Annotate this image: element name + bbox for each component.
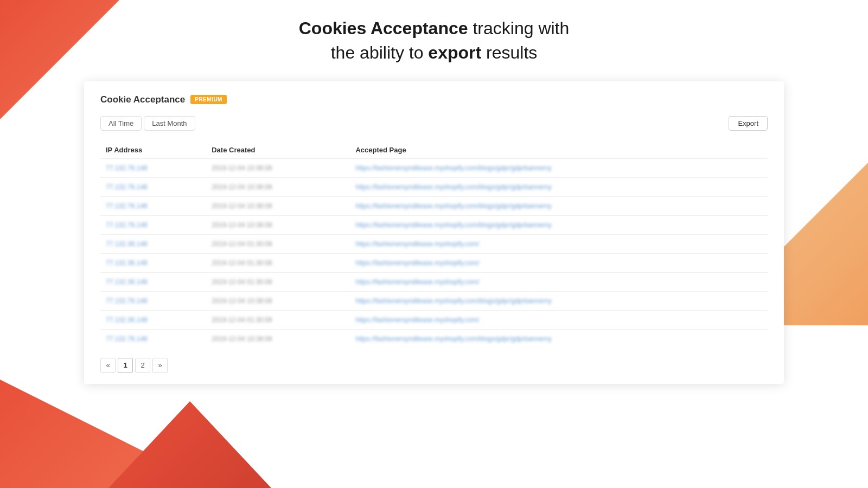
table-row: 77.132.36.1482019-12-04 01:30:08https://…: [100, 234, 768, 253]
cell-url: https://fashionersyndilease.myshopify.co…: [350, 272, 768, 291]
card-title: Cookie Acceptance: [100, 94, 185, 105]
main-card: Cookie Acceptance PREMIUM All Time Last …: [84, 81, 784, 384]
cell-date: 2019-12-04 10:38:08: [206, 196, 350, 215]
toolbar: All Time Last Month Export: [100, 116, 768, 131]
table-row: 77.132.76.1482019-12-04 10:38:08https://…: [100, 215, 768, 234]
col-ip: IP Address: [100, 142, 206, 159]
cell-date: 2019-12-04 10:38:08: [206, 158, 350, 177]
filter-last-month-button[interactable]: Last Month: [144, 116, 195, 131]
pagination: « 1 2 »: [100, 358, 768, 373]
headline-bold1: Cookies Acceptance: [299, 18, 468, 38]
data-table: IP Address Date Created Accepted Page 77…: [100, 142, 768, 348]
pagination-page1[interactable]: 1: [118, 358, 133, 373]
cell-url: https://fashionersyndilease.myshopify.co…: [350, 158, 768, 177]
cell-date: 2019-12-04 10:38:08: [206, 329, 350, 348]
table-row: 77.132.36.1482019-12-04 01:30:08https://…: [100, 272, 768, 291]
cell-ip: 77.132.36.148: [100, 253, 206, 272]
cell-url: https://fashionersyndilease.myshopify.co…: [350, 234, 768, 253]
cell-date: 2019-12-04 01:30:08: [206, 253, 350, 272]
cell-ip: 77.132.76.148: [100, 196, 206, 215]
cell-ip: 77.132.76.148: [100, 329, 206, 348]
cell-ip: 77.132.76.148: [100, 158, 206, 177]
table-row: 77.132.36.1482019-12-04 01:30:08https://…: [100, 253, 768, 272]
cell-url: https://fashionersyndilease.myshopify.co…: [350, 196, 768, 215]
cell-date: 2019-12-04 01:30:08: [206, 234, 350, 253]
table-row: 77.132.76.1482019-12-04 10:38:08https://…: [100, 158, 768, 177]
cell-url: https://fashionersyndilease.myshopify.co…: [350, 291, 768, 310]
filter-buttons: All Time Last Month: [100, 116, 195, 131]
cell-ip: 77.132.76.148: [100, 177, 206, 196]
filter-all-time-button[interactable]: All Time: [100, 116, 142, 131]
pagination-prev[interactable]: «: [100, 358, 116, 373]
page-title: Cookies Acceptance tracking with the abi…: [299, 16, 570, 65]
cell-ip: 77.132.76.148: [100, 291, 206, 310]
cell-ip: 77.132.36.148: [100, 234, 206, 253]
cell-url: https://fashionersyndilease.myshopify.co…: [350, 329, 768, 348]
headline-bold2: export: [428, 43, 481, 62]
pagination-page2[interactable]: 2: [135, 358, 150, 373]
cell-date: 2019-12-04 10:38:08: [206, 177, 350, 196]
export-button[interactable]: Export: [729, 116, 768, 131]
col-url: Accepted Page: [350, 142, 768, 159]
headline-line2: the ability to export results: [331, 43, 538, 62]
cell-ip: 77.132.76.148: [100, 215, 206, 234]
col-date: Date Created: [206, 142, 350, 159]
cell-ip: 77.132.36.148: [100, 310, 206, 329]
table-row: 77.132.36.1482019-12-04 01:30:08https://…: [100, 310, 768, 329]
table-row: 77.132.76.1482019-12-04 10:38:08https://…: [100, 291, 768, 310]
pagination-next[interactable]: »: [152, 358, 168, 373]
cell-date: 2019-12-04 01:30:08: [206, 272, 350, 291]
headline-text1: tracking with: [468, 18, 570, 38]
cell-date: 2019-12-04 01:30:08: [206, 310, 350, 329]
cell-url: https://fashionersyndilease.myshopify.co…: [350, 253, 768, 272]
table-row: 77.132.76.1482019-12-04 10:38:08https://…: [100, 196, 768, 215]
premium-badge: PREMIUM: [190, 95, 227, 104]
cell-url: https://fashionersyndilease.myshopify.co…: [350, 310, 768, 329]
table-row: 77.132.76.1482019-12-04 10:38:08https://…: [100, 177, 768, 196]
cell-date: 2019-12-04 10:38:08: [206, 291, 350, 310]
cell-ip: 77.132.36.148: [100, 272, 206, 291]
headline-line2-text1: the ability to: [331, 43, 429, 62]
page-wrapper: Cookies Acceptance tracking with the abi…: [0, 0, 868, 488]
cell-url: https://fashionersyndilease.myshopify.co…: [350, 177, 768, 196]
headline-line2-text2: results: [481, 43, 537, 62]
table-row: 77.132.76.1482019-12-04 10:38:08https://…: [100, 329, 768, 348]
table-body: 77.132.76.1482019-12-04 10:38:08https://…: [100, 158, 768, 348]
table-header-row: IP Address Date Created Accepted Page: [100, 142, 768, 159]
card-header: Cookie Acceptance PREMIUM: [100, 94, 768, 105]
cell-date: 2019-12-04 10:38:08: [206, 215, 350, 234]
cell-url: https://fashionersyndilease.myshopify.co…: [350, 215, 768, 234]
table-header: IP Address Date Created Accepted Page: [100, 142, 768, 159]
